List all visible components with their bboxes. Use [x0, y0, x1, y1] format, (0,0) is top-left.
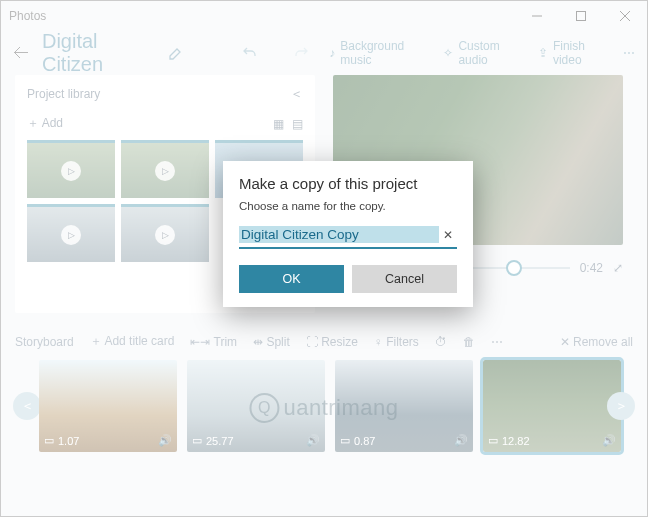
project-name-input[interactable] [239, 226, 439, 243]
cancel-button[interactable]: Cancel [352, 265, 457, 293]
copy-project-dialog: Make a copy of this project Choose a nam… [223, 161, 473, 307]
dialog-subtitle: Choose a name for the copy. [239, 200, 457, 212]
clear-input-icon[interactable]: ✕ [439, 228, 457, 242]
dialog-title: Make a copy of this project [239, 175, 457, 192]
ok-button[interactable]: OK [239, 265, 344, 293]
